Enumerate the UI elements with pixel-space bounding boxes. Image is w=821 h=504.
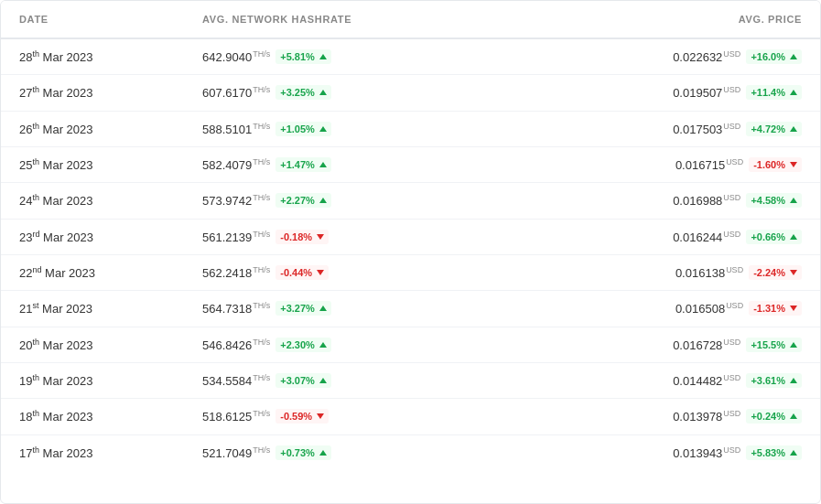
date-suffix: th bbox=[32, 122, 39, 131]
hashrate-value: 588.5101TH/s bbox=[202, 122, 270, 136]
hashrate-change-badge: +3.25% bbox=[275, 85, 331, 100]
hashrate-cell: 534.5584TH/s +3.07% bbox=[202, 373, 502, 388]
date-cell: 20th Mar 2023 bbox=[19, 338, 202, 352]
hashrate-unit: TH/s bbox=[253, 445, 270, 455]
date-cell: 24th Mar 2023 bbox=[19, 193, 202, 208]
date-column-header: DATE bbox=[19, 14, 202, 25]
price-change-badge: +0.24% bbox=[746, 409, 802, 424]
arrow-up-icon bbox=[790, 90, 797, 95]
hashrate-unit: TH/s bbox=[253, 230, 270, 239]
table-row: 18th Mar 2023 518.6125TH/s -0.59% 0.0139… bbox=[1, 399, 820, 434]
price-value: 0.013978USD bbox=[673, 409, 740, 424]
table-row: 17th Mar 2023 521.7049TH/s +0.73% 0.0139… bbox=[1, 435, 820, 470]
price-change-badge: +11.4% bbox=[746, 85, 802, 100]
hashrate-value: 546.8426TH/s bbox=[202, 338, 270, 352]
hashrate-cell: 562.2418TH/s -0.44% bbox=[202, 265, 502, 280]
arrow-down-icon bbox=[790, 162, 797, 167]
arrow-up-icon bbox=[319, 126, 327, 132]
date-suffix: th bbox=[32, 338, 39, 347]
table-row: 20th Mar 2023 546.8426TH/s +2.30% 0.0167… bbox=[1, 327, 820, 363]
hashrate-value: 562.2418TH/s bbox=[202, 265, 270, 280]
hashrate-cell: 546.8426TH/s +2.30% bbox=[202, 338, 502, 352]
hashrate-cell: 607.6170TH/s +3.25% bbox=[202, 85, 502, 100]
arrow-up-icon bbox=[319, 90, 327, 95]
price-change-badge: +3.61% bbox=[746, 373, 802, 388]
date-suffix: th bbox=[32, 409, 39, 418]
hashrate-unit: TH/s bbox=[253, 265, 270, 274]
price-value: 0.017503USD bbox=[673, 122, 740, 136]
price-value: 0.014482USD bbox=[673, 373, 740, 388]
arrow-up-icon bbox=[319, 306, 327, 311]
price-unit: USD bbox=[723, 373, 740, 382]
date-cell: 17th Mar 2023 bbox=[19, 445, 202, 460]
price-value: 0.016138USD bbox=[675, 265, 743, 280]
price-unit: USD bbox=[723, 445, 740, 455]
hashrate-cell: 573.9742TH/s +2.27% bbox=[202, 193, 502, 208]
hashrate-unit: TH/s bbox=[253, 193, 270, 202]
hashrate-change-badge: +3.07% bbox=[275, 373, 331, 388]
hashrate-change-badge: -0.59% bbox=[275, 409, 329, 424]
hashrate-column-header: AVG. NETWORK HASHRATE bbox=[202, 14, 502, 25]
price-change-badge: +4.58% bbox=[746, 193, 802, 208]
price-change-badge: -1.31% bbox=[749, 301, 802, 316]
hashrate-change-badge: +5.81% bbox=[275, 49, 331, 64]
hashrate-change-badge: +2.27% bbox=[275, 193, 331, 208]
price-unit: USD bbox=[726, 265, 743, 274]
arrow-up-icon bbox=[790, 234, 797, 240]
arrow-down-icon bbox=[317, 234, 324, 240]
price-cell: 0.016244USD +0.66% bbox=[502, 230, 803, 244]
hashrate-unit: TH/s bbox=[253, 373, 270, 382]
price-column-header: AVG. PRICE bbox=[502, 14, 803, 25]
hashrate-change-badge: +0.73% bbox=[275, 445, 331, 460]
date-cell: 19th Mar 2023 bbox=[19, 373, 202, 388]
hashrate-value: 582.4079TH/s bbox=[202, 157, 270, 172]
arrow-up-icon bbox=[790, 342, 797, 348]
date-suffix: rd bbox=[32, 230, 39, 239]
date-cell: 23rd Mar 2023 bbox=[19, 230, 202, 244]
arrow-up-icon bbox=[319, 198, 327, 203]
price-value: 0.022632USD bbox=[673, 49, 740, 64]
price-unit: USD bbox=[723, 230, 740, 239]
date-suffix: th bbox=[32, 445, 39, 455]
price-cell: 0.014482USD +3.61% bbox=[502, 373, 803, 388]
hashrate-cell: 642.9040TH/s +5.81% bbox=[202, 49, 502, 64]
price-cell: 0.017503USD +4.72% bbox=[502, 122, 803, 136]
price-value: 0.016244USD bbox=[673, 230, 740, 244]
price-cell: 0.019507USD +11.4% bbox=[502, 85, 803, 100]
price-change-badge: +0.66% bbox=[746, 230, 802, 244]
hashrate-value: 534.5584TH/s bbox=[202, 373, 270, 388]
date-cell: 18th Mar 2023 bbox=[19, 409, 202, 424]
hashrate-unit: TH/s bbox=[253, 49, 270, 59]
arrow-up-icon bbox=[790, 126, 797, 132]
arrow-up-icon bbox=[790, 54, 797, 59]
price-value: 0.016988USD bbox=[673, 193, 740, 208]
price-unit: USD bbox=[723, 193, 740, 202]
price-unit: USD bbox=[723, 85, 740, 94]
table-row: 23rd Mar 2023 561.2139TH/s -0.18% 0.0162… bbox=[1, 220, 820, 255]
hashrate-change-badge: +3.27% bbox=[275, 301, 331, 316]
arrow-up-icon bbox=[790, 413, 797, 419]
date-suffix: st bbox=[32, 301, 38, 310]
price-cell: 0.016988USD +4.58% bbox=[502, 193, 803, 208]
price-change-badge: +5.83% bbox=[746, 445, 802, 460]
date-cell: 25th Mar 2023 bbox=[19, 157, 202, 172]
hashrate-change-badge: +1.47% bbox=[275, 157, 331, 172]
date-cell: 28th Mar 2023 bbox=[19, 49, 202, 64]
date-cell: 26th Mar 2023 bbox=[19, 122, 202, 136]
price-change-badge: -2.24% bbox=[749, 265, 802, 280]
price-unit: USD bbox=[726, 301, 743, 310]
arrow-up-icon bbox=[319, 342, 327, 348]
hashrate-cell: 582.4079TH/s +1.47% bbox=[202, 157, 502, 172]
price-cell: 0.016138USD -2.24% bbox=[502, 265, 803, 280]
hashrate-value: 518.6125TH/s bbox=[202, 409, 270, 424]
price-change-badge: +4.72% bbox=[746, 122, 802, 136]
price-cell: 0.013978USD +0.24% bbox=[502, 409, 803, 424]
hashrate-cell: 521.7049TH/s +0.73% bbox=[202, 445, 502, 460]
date-suffix: th bbox=[32, 85, 39, 94]
price-unit: USD bbox=[726, 157, 743, 166]
date-suffix: th bbox=[32, 373, 39, 382]
hashrate-value: 521.7049TH/s bbox=[202, 445, 270, 460]
hashrate-unit: TH/s bbox=[253, 122, 270, 131]
arrow-down-icon bbox=[790, 306, 797, 311]
table-row: 28th Mar 2023 642.9040TH/s +5.81% 0.0226… bbox=[1, 39, 820, 75]
